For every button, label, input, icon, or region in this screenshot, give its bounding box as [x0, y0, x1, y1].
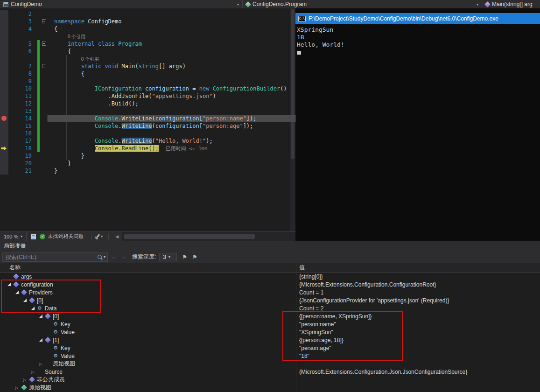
- code-text[interactable]: Console.WriteLine(configuration["person:…: [48, 122, 295, 130]
- chevron-down-icon[interactable]: ▾: [104, 255, 105, 259]
- collapse-icon[interactable]: −: [42, 42, 46, 46]
- breakpoint-margin[interactable]: [0, 115, 8, 122]
- expander-icon[interactable]: ▷: [37, 362, 44, 366]
- zoom-control[interactable]: 100 % ▾: [0, 232, 27, 241]
- locals-row[interactable]: ⚙Key"person:age": [0, 344, 540, 352]
- locals-row[interactable]: ▷原始视图: [0, 384, 540, 392]
- locals-row[interactable]: [0]{[person:name, XSpringSun]}: [0, 312, 540, 320]
- search-previous-icon[interactable]: ←: [111, 253, 117, 260]
- locals-row[interactable]: ▷原始视图: [0, 360, 540, 368]
- code-text[interactable]: Console.WriteLine(configuration["person:…: [48, 115, 295, 122]
- expander-icon[interactable]: ▷: [14, 385, 20, 390]
- watch-option-flag-icon-2[interactable]: ⚑: [192, 254, 197, 260]
- console-output[interactable]: XSpringSun18Hello, World!: [295, 24, 540, 55]
- locals-row[interactable]: ⚙Value"18": [0, 352, 540, 360]
- member-dropdown[interactable]: Main(string[] arg: [482, 0, 540, 8]
- code-area[interactable]: 23−namespace ConfigDemo4{0 个引用5− interna…: [0, 8, 295, 231]
- breakpoint-margin[interactable]: [0, 100, 8, 107]
- breakpoint-margin[interactable]: [0, 18, 8, 25]
- breakpoint-margin[interactable]: [0, 92, 8, 100]
- type-dropdown[interactable]: ConfigDemo.Program ▾: [243, 0, 482, 8]
- breakpoint-margin[interactable]: [0, 145, 8, 152]
- scroll-left-icon[interactable]: ◀: [115, 234, 119, 239]
- outlining-margin[interactable]: −: [40, 18, 48, 25]
- expander-icon[interactable]: ▷: [21, 378, 28, 382]
- locals-row[interactable]: ⚙Key"person:name": [0, 320, 540, 328]
- breakpoint-margin[interactable]: [0, 40, 8, 48]
- code-text[interactable]: Console.WriteLine("Hello, World!");: [48, 137, 295, 145]
- breakpoint-margin[interactable]: [0, 85, 8, 92]
- document-health-icon[interactable]: [31, 234, 36, 239]
- locals-row[interactable]: [1]{[person:age, 18]}: [0, 336, 540, 344]
- locals-row[interactable]: ▷Source{Microsoft.Extensions.Configurati…: [0, 368, 540, 376]
- locals-row[interactable]: ⚙DataCount = 2: [0, 304, 540, 312]
- code-text[interactable]: }: [48, 167, 295, 175]
- code-text[interactable]: .Build();: [48, 100, 295, 107]
- code-text[interactable]: [48, 107, 295, 115]
- locals-row[interactable]: ▷非公共成员: [0, 376, 540, 384]
- code-text[interactable]: 0 个引用: [48, 33, 295, 40]
- locals-row[interactable]: args{string[0]}: [0, 273, 540, 280]
- locals-row[interactable]: ProvidersCount = 1: [0, 288, 540, 296]
- breakpoint-margin[interactable]: [0, 48, 8, 55]
- breakpoint-margin[interactable]: [0, 10, 8, 18]
- code-text[interactable]: IConfiguration configuration = new Confi…: [48, 85, 295, 92]
- code-text[interactable]: static void Main(string[] args): [48, 63, 295, 70]
- chevron-down-icon[interactable]: ▾: [477, 2, 478, 7]
- locals-row[interactable]: ⚙Value"XSpringSun": [0, 328, 540, 336]
- breakpoint-margin[interactable]: [0, 25, 8, 33]
- search-depth-select[interactable]: 3 ▾: [159, 253, 177, 261]
- code-text[interactable]: internal class Program: [48, 40, 295, 48]
- code-text[interactable]: {: [48, 25, 295, 33]
- breakpoint-margin[interactable]: [0, 33, 8, 40]
- expander-icon[interactable]: [29, 307, 36, 310]
- project-dropdown[interactable]: ConfigDemo ▾: [0, 0, 243, 8]
- expander-icon[interactable]: [37, 338, 44, 342]
- breakpoint-margin[interactable]: [0, 55, 8, 63]
- code-text[interactable]: }: [48, 152, 295, 160]
- console-titlebar[interactable]: C:\ F:\DemoProject\StudyDemo\ConfigDemo\…: [295, 13, 540, 24]
- breakpoint-margin[interactable]: [0, 167, 8, 175]
- name-column-header[interactable]: 名称: [0, 264, 296, 272]
- code-cleanup-button[interactable]: ▾: [94, 234, 105, 239]
- breakpoint-margin[interactable]: [0, 70, 8, 77]
- breakpoint-margin[interactable]: [0, 130, 8, 137]
- breakpoint-margin[interactable]: [0, 77, 8, 85]
- code-text[interactable]: 0 个引用: [48, 55, 295, 63]
- value-column-header[interactable]: 值: [296, 263, 540, 272]
- expander-icon[interactable]: [14, 291, 20, 294]
- codelens-references[interactable]: 0 个引用: [54, 56, 99, 63]
- search-next-icon[interactable]: →: [120, 253, 126, 260]
- locals-row[interactable]: configuration{Microsoft.Extensions.Confi…: [0, 280, 540, 288]
- expander-icon[interactable]: [6, 283, 12, 286]
- locals-row[interactable]: [0]{JsonConfigurationProvider for 'appse…: [0, 296, 540, 304]
- outlining-margin[interactable]: −: [40, 40, 48, 48]
- code-editor[interactable]: 23−namespace ConfigDemo4{0 个引用5− interna…: [0, 8, 295, 241]
- breakpoint-icon[interactable]: [1, 116, 7, 121]
- collapse-icon[interactable]: −: [42, 19, 46, 23]
- code-text[interactable]: [48, 10, 295, 18]
- breakpoint-margin[interactable]: [0, 137, 8, 145]
- code-text[interactable]: {: [48, 70, 295, 77]
- outlining-margin[interactable]: −: [40, 63, 48, 70]
- breakpoint-margin[interactable]: [0, 122, 8, 130]
- breakpoint-margin[interactable]: [0, 152, 8, 160]
- expander-icon[interactable]: [37, 315, 44, 318]
- health-indicator[interactable]: ✓ 未找到相关问题: [40, 233, 88, 240]
- code-text[interactable]: {: [48, 48, 295, 55]
- search-icon[interactable]: [97, 254, 103, 260]
- horizontal-scrollbar[interactable]: [122, 232, 295, 241]
- code-text[interactable]: namespace ConfigDemo: [48, 18, 295, 25]
- breakpoint-margin[interactable]: [0, 107, 8, 115]
- code-text[interactable]: .AddJsonFile("appsettings.json"): [48, 92, 295, 100]
- code-text[interactable]: }: [48, 160, 295, 167]
- search-box[interactable]: ▾: [2, 252, 108, 262]
- collapse-icon[interactable]: −: [42, 64, 46, 68]
- code-text[interactable]: [48, 130, 295, 137]
- expander-icon[interactable]: ▷: [29, 370, 36, 374]
- expander-icon[interactable]: [21, 299, 28, 302]
- breakpoint-margin[interactable]: [0, 63, 8, 70]
- scrollbar-thumb[interactable]: [124, 234, 255, 239]
- chevron-down-icon[interactable]: ▾: [237, 2, 239, 7]
- code-text[interactable]: [48, 77, 295, 85]
